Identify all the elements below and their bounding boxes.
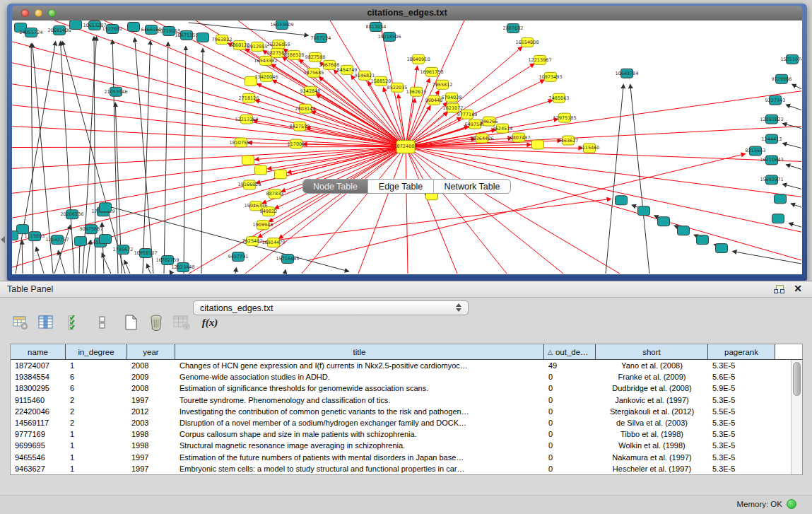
cell-year[interactable]: 2009 <box>127 373 175 381</box>
close-panel-icon[interactable]: ✕ <box>794 283 802 294</box>
graph-node[interactable] <box>128 22 140 31</box>
cell-year[interactable]: 1998 <box>127 430 175 438</box>
cell-short[interactable]: Wolkin et al. (1998) <box>596 441 708 450</box>
cell-year[interactable]: 1998 <box>127 441 175 450</box>
tab-node-table[interactable]: Node Table <box>303 180 368 193</box>
cell-name[interactable]: 22420046 <box>11 407 66 416</box>
cell-title[interactable]: Changes of HCN gene expression and I(f) … <box>175 361 544 370</box>
table-row[interactable]: 946554611997Estimation of the future num… <box>11 452 792 463</box>
tab-edge-table[interactable]: Edge Table <box>368 180 434 193</box>
cell-short[interactable]: Stergiakouli et al. (2012) <box>596 407 708 416</box>
cell-short[interactable]: Yano et al. (2008) <box>596 361 708 370</box>
scrollbar-thumb[interactable] <box>793 362 801 396</box>
cell-in_degree[interactable]: 1 <box>66 441 127 450</box>
cell-year[interactable]: 1997 <box>127 465 175 473</box>
table-row[interactable]: 2242004622012Investigating the contribut… <box>11 406 792 417</box>
graph-node[interactable] <box>775 194 787 204</box>
column-header-name[interactable]: name <box>11 344 66 359</box>
table-select-dropdown[interactable]: citations_edges.txt <box>193 300 469 315</box>
network-graph[interactable]: 1872400779638228860128891295525226058982… <box>12 21 802 274</box>
graph-node[interactable] <box>658 217 670 226</box>
cell-short[interactable]: Hescheler et al. (1997) <box>596 465 708 473</box>
network-view-window[interactable]: citations_edges.txt 18724007796382288601… <box>7 4 807 281</box>
cell-out_degree[interactable]: 0 <box>544 465 596 473</box>
cell-title[interactable]: Estimation of significance thresholds fo… <box>175 384 544 392</box>
column-header-year[interactable]: year <box>127 344 175 359</box>
cell-name[interactable]: 14569117 <box>11 419 66 427</box>
graph-node[interactable] <box>17 225 29 234</box>
table-row[interactable]: 911546021997Tourette syndrome. Phenomeno… <box>11 395 792 406</box>
cell-title[interactable]: Embryonic stem cells: a model to study s… <box>175 465 544 473</box>
select-rows-icon[interactable] <box>64 313 85 332</box>
table-row[interactable]: 1938455462009Genome-wide association stu… <box>11 371 792 382</box>
graph-node[interactable] <box>532 140 544 149</box>
table-row[interactable]: 977716911998Corpus callosum shape and si… <box>11 428 792 440</box>
cell-year[interactable]: 2003 <box>127 419 175 427</box>
cell-year[interactable]: 1997 <box>127 396 175 404</box>
column-header-title[interactable]: title <box>175 344 544 359</box>
cell-title[interactable]: Investigating the contribution of common… <box>175 407 544 416</box>
cell-pagerank[interactable]: 5.3E-5 <box>708 419 775 427</box>
cell-out_degree[interactable]: 0 <box>544 430 596 438</box>
table-row[interactable]: 969969511998Structural magnetic resonanc… <box>11 440 792 451</box>
cell-in_degree[interactable]: 1 <box>66 361 127 370</box>
cell-in_degree[interactable]: 2 <box>66 419 127 427</box>
table-scrollbar[interactable] <box>791 360 802 474</box>
table-row[interactable]: 946362711997Embryonic stem cells: a mode… <box>11 463 792 474</box>
network-window-titlebar[interactable]: citations_edges.txt <box>12 6 802 21</box>
cell-out_degree[interactable]: 0 <box>544 384 596 392</box>
graph-node[interactable] <box>100 203 112 212</box>
table-row[interactable]: 1830029562008Estimation of significance … <box>11 382 792 394</box>
graph-node[interactable] <box>772 214 784 223</box>
cell-pagerank[interactable]: 5.3E-5 <box>708 361 775 370</box>
cell-short[interactable]: Tibbo et al. (1998) <box>596 430 708 438</box>
cell-pagerank[interactable]: 5.3E-5 <box>708 441 775 450</box>
cell-year[interactable]: 2008 <box>127 361 175 370</box>
graph-node[interactable] <box>275 170 287 179</box>
graph-node[interactable] <box>197 33 209 42</box>
cell-year[interactable]: 2008 <box>127 384 175 392</box>
delete-table-icon[interactable] <box>146 313 167 332</box>
table-row[interactable]: 1872400712008Changes of HCN gene express… <box>11 360 792 371</box>
cell-in_degree[interactable]: 1 <box>66 465 127 473</box>
graph-node[interactable] <box>697 235 709 245</box>
cell-short[interactable]: Nakamura et al. (1997) <box>596 453 708 462</box>
cell-pagerank[interactable]: 5.3E-5 <box>708 430 775 438</box>
cell-out_degree[interactable]: 49 <box>544 361 596 370</box>
cell-pagerank[interactable]: 5.5E-5 <box>708 407 775 416</box>
cell-in_degree[interactable]: 1 <box>66 453 127 462</box>
function-builder-icon[interactable]: f(x) <box>199 313 220 332</box>
graph-node[interactable] <box>70 21 82 29</box>
sidebar-collapse-arrow[interactable] <box>1 236 5 243</box>
cell-in_degree[interactable]: 1 <box>66 430 127 438</box>
cell-in_degree[interactable]: 2 <box>66 396 127 404</box>
cell-year[interactable]: 1997 <box>127 453 175 462</box>
cell-title[interactable]: Tourette syndrome. Phenomenology and cla… <box>175 396 544 404</box>
network-canvas[interactable]: 1872400779638228860128891295525226058982… <box>12 21 802 274</box>
cell-pagerank[interactable]: 5.3E-5 <box>708 396 775 404</box>
cell-name[interactable]: 18724007 <box>11 361 66 370</box>
cell-name[interactable]: 9463627 <box>11 465 66 473</box>
cell-title[interactable]: Structural magnetic resonance image aver… <box>175 441 544 450</box>
cell-name[interactable]: 9465546 <box>11 453 66 462</box>
cell-title[interactable]: Estimation of the future numbers of pati… <box>175 453 544 462</box>
cell-name[interactable]: 18300295 <box>11 384 66 392</box>
cell-out_degree[interactable]: 0 <box>544 419 596 427</box>
cell-in_degree[interactable]: 6 <box>66 373 127 381</box>
cell-title[interactable]: Corpus callosum shape and size in male p… <box>175 430 544 438</box>
row-height-icon[interactable] <box>92 313 113 332</box>
float-window-icon[interactable] <box>774 285 784 294</box>
column-header-short[interactable]: short <box>596 344 708 359</box>
graph-node[interactable] <box>638 206 650 216</box>
cell-pagerank[interactable]: 5.9E-5 <box>708 384 775 392</box>
cell-out_degree[interactable]: 0 <box>544 373 596 381</box>
column-header-in_degree[interactable]: in_degree <box>66 344 127 359</box>
cell-short[interactable]: Dudbridge et al. (2008) <box>596 384 708 392</box>
tab-network-table[interactable]: Network Table <box>434 180 510 193</box>
cell-out_degree[interactable]: 0 <box>544 441 596 450</box>
graph-node[interactable] <box>255 165 267 175</box>
graph-node[interactable] <box>616 196 628 205</box>
cell-year[interactable]: 2012 <box>127 407 175 416</box>
cell-pagerank[interactable]: 5.3E-5 <box>708 453 775 462</box>
cell-pagerank[interactable]: 5.6E-5 <box>708 373 775 381</box>
